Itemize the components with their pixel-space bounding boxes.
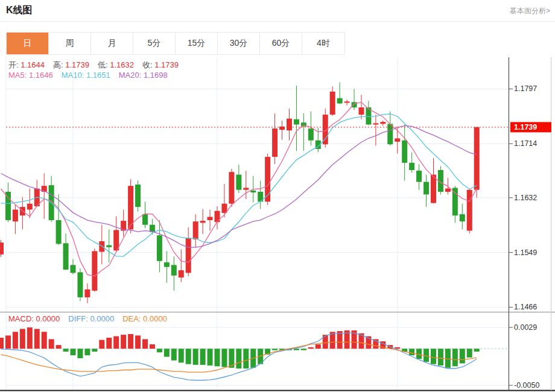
svg-text:1.1797: 1.1797 <box>514 84 537 93</box>
fundamental-analysis-link[interactable]: 基本面分析> <box>510 6 550 16</box>
tab-month[interactable]: 月 <box>91 33 133 54</box>
last-price-badge: 1.1739 <box>510 122 551 132</box>
svg-text:1.1466: 1.1466 <box>514 303 537 311</box>
kline-chart[interactable]: 1.17971.17141.16321.15491.14660.0029-0.0… <box>0 57 555 392</box>
svg-text:1.1549: 1.1549 <box>514 248 537 257</box>
tab-15min[interactable]: 15分 <box>176 33 218 54</box>
candles-layer <box>0 83 480 303</box>
tab-week[interactable]: 周 <box>49 33 91 54</box>
tab-day[interactable]: 日 <box>7 33 49 54</box>
tab-5min[interactable]: 5分 <box>133 33 176 54</box>
svg-text:1.1739: 1.1739 <box>514 123 537 131</box>
widget-header: K线图 基本面分析> <box>0 0 555 22</box>
svg-text:1.1632: 1.1632 <box>514 194 537 202</box>
grid-lines <box>6 57 509 391</box>
period-tabs: 日周月5分15分30分60分4时 <box>6 32 345 55</box>
tab-4hour[interactable]: 4时 <box>302 33 344 54</box>
tab-60min[interactable]: 60分 <box>260 33 302 54</box>
tab-30min[interactable]: 30分 <box>218 33 260 54</box>
svg-text:1.1714: 1.1714 <box>514 139 537 148</box>
page-title: K线图 <box>6 4 33 17</box>
svg-text:0.0029: 0.0029 <box>514 323 537 332</box>
svg-text:-0.0050: -0.0050 <box>514 381 539 390</box>
